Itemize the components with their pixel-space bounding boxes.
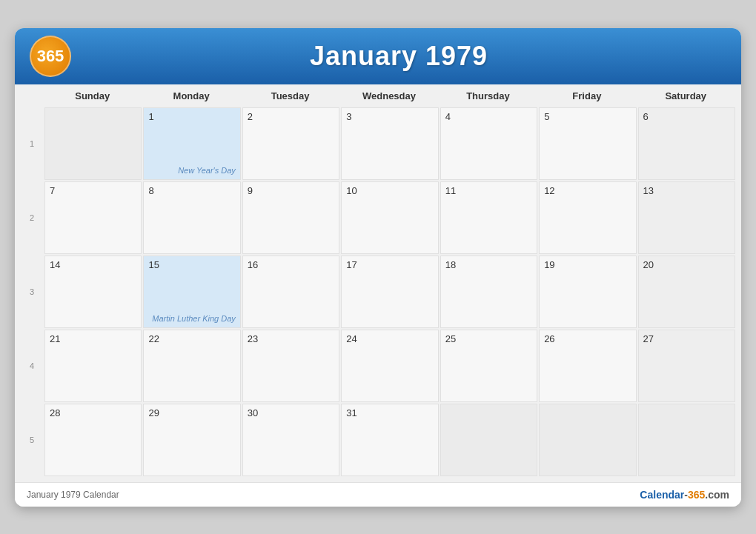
day-cell: 22 xyxy=(143,330,240,402)
footer-brand-365: 365 xyxy=(688,489,705,501)
day-cell: 8 xyxy=(143,181,240,254)
day-header-saturday: Saturday xyxy=(637,84,735,106)
day-cell: 15Martin Luther King Day xyxy=(143,256,240,328)
day-cell: 19 xyxy=(539,256,636,328)
day-header-sunday: Sunday xyxy=(43,84,142,106)
day-cell: 31 xyxy=(341,404,438,476)
day-number: 4 xyxy=(445,111,532,122)
calendar-grid: 11New Year's Day2345627891011121331415Ma… xyxy=(21,107,735,476)
day-header-wednesday: Wednesday xyxy=(339,84,438,106)
day-cell: 11 xyxy=(440,181,537,254)
day-number: 18 xyxy=(445,259,532,270)
day-number: 13 xyxy=(643,185,730,196)
day-cell: 7 xyxy=(44,181,142,254)
day-header-friday: Friday xyxy=(537,84,636,106)
logo: 365 xyxy=(30,36,71,77)
day-cell: 12 xyxy=(539,181,636,254)
day-number: 20 xyxy=(643,259,730,270)
footer-brand-cal: Calendar xyxy=(640,489,684,501)
day-header-monday: Monday xyxy=(142,84,240,106)
day-cell: 23 xyxy=(242,330,339,402)
calendar-footer: January 1979 Calendar Calendar-365.com xyxy=(15,482,741,507)
calendar-body: SundayMondayTuesdayWednesdayThursdayFrid… xyxy=(15,84,741,482)
week-number: 4 xyxy=(21,330,43,402)
day-number: 27 xyxy=(643,333,730,344)
day-number: 12 xyxy=(544,185,631,196)
day-cell: 4 xyxy=(440,107,537,180)
week-number: 5 xyxy=(21,404,43,476)
day-cell: 20 xyxy=(638,256,735,328)
day-number: 21 xyxy=(50,333,136,344)
holiday-label: Martin Luther King Day xyxy=(152,314,236,323)
day-headers: SundayMondayTuesdayWednesdayThursdayFrid… xyxy=(21,84,735,106)
week-number: 3 xyxy=(21,256,43,328)
header-title: January 1979 xyxy=(71,41,726,72)
day-number: 1 xyxy=(148,111,235,122)
day-number: 17 xyxy=(346,259,433,270)
day-cell: 9 xyxy=(242,181,339,254)
day-number: 5 xyxy=(544,111,631,122)
day-cell: 17 xyxy=(341,256,438,328)
day-cell xyxy=(638,404,735,476)
day-cell: 18 xyxy=(440,256,537,328)
day-cell: 30 xyxy=(242,404,339,476)
week-number: 1 xyxy=(21,107,43,180)
day-number: 14 xyxy=(50,259,136,270)
calendar-wrapper: 365 January 1979 SundayMondayTuesdayWedn… xyxy=(15,28,741,507)
day-cell: 26 xyxy=(539,330,636,402)
day-number: 19 xyxy=(544,259,631,270)
day-number: 28 xyxy=(50,407,136,418)
day-number: 15 xyxy=(148,259,235,270)
day-cell: 5 xyxy=(539,107,636,180)
day-number: 16 xyxy=(248,259,334,270)
calendar-row: 11New Year's Day23456 xyxy=(21,107,735,180)
day-number: 30 xyxy=(248,407,334,418)
calendar-row: 31415Martin Luther King Day1617181920 xyxy=(21,256,735,328)
day-cell: 13 xyxy=(638,181,735,254)
day-number: 11 xyxy=(445,185,532,196)
day-number: 7 xyxy=(50,185,136,196)
day-number: 10 xyxy=(346,185,433,196)
day-number: 25 xyxy=(445,333,532,344)
day-number: 2 xyxy=(248,111,334,122)
holiday-label: New Year's Day xyxy=(178,166,236,175)
day-number: 31 xyxy=(346,407,433,418)
day-number: 23 xyxy=(248,333,334,344)
day-cell: 29 xyxy=(143,404,240,476)
day-cell: 3 xyxy=(341,107,438,180)
day-cell: 24 xyxy=(341,330,438,402)
footer-dotcom: .com xyxy=(705,489,729,501)
day-cell: 14 xyxy=(44,256,142,328)
day-number: 24 xyxy=(346,333,433,344)
day-number: 29 xyxy=(148,407,235,418)
calendar-row: 421222324252627 xyxy=(21,330,735,402)
day-cell: 28 xyxy=(44,404,142,476)
calendar-header: 365 January 1979 xyxy=(15,28,741,84)
day-cell: 27 xyxy=(638,330,735,402)
day-cell xyxy=(539,404,636,476)
day-header-thursday: Thursday xyxy=(439,84,537,106)
day-number: 22 xyxy=(148,333,235,344)
day-cell: 1New Year's Day xyxy=(143,107,240,180)
day-number: 26 xyxy=(544,333,631,344)
day-cell: 21 xyxy=(44,330,142,402)
day-number: 3 xyxy=(346,111,433,122)
day-cell: 16 xyxy=(242,256,339,328)
week-num-header xyxy=(21,84,43,106)
footer-left-text: January 1979 Calendar xyxy=(27,490,119,500)
footer-right-text: Calendar-365.com xyxy=(640,489,729,501)
day-cell: 25 xyxy=(440,330,537,402)
day-cell: 10 xyxy=(341,181,438,254)
day-header-tuesday: Tuesday xyxy=(241,84,339,106)
day-number: 9 xyxy=(248,185,334,196)
day-cell xyxy=(440,404,537,476)
calendar-row: 278910111213 xyxy=(21,181,735,254)
day-number: 6 xyxy=(643,111,730,122)
day-cell xyxy=(44,107,142,180)
day-number: 8 xyxy=(148,185,235,196)
calendar-row: 528293031 xyxy=(21,404,735,476)
week-number: 2 xyxy=(21,181,43,254)
day-cell: 2 xyxy=(242,107,339,180)
day-cell: 6 xyxy=(638,107,735,180)
